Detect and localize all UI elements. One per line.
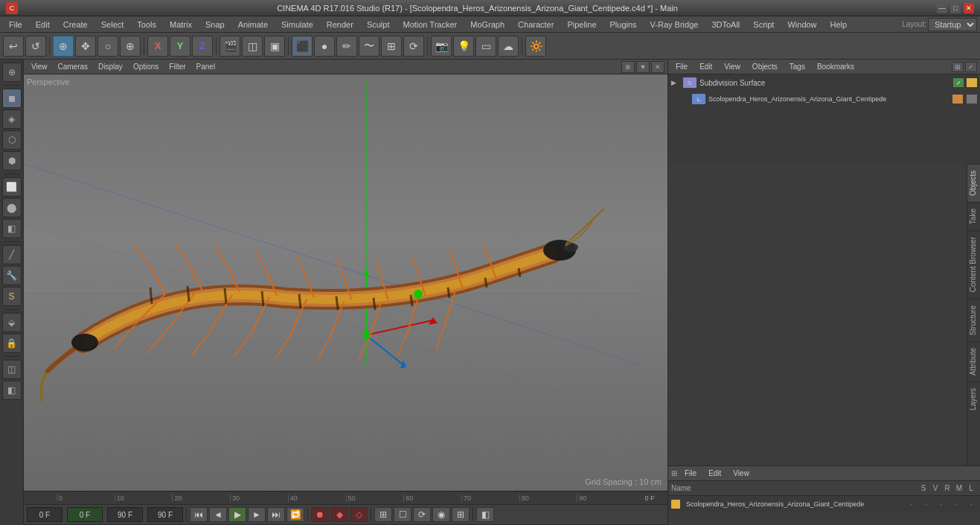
menu-motion-tracker[interactable]: Motion Tracker <box>397 19 463 31</box>
sidebar-btn-render2[interactable]: ◧ <box>2 381 22 400</box>
obj-mgr-row-centipede[interactable]: Scolopendra_Heros_Arizonensis_Arizona_Gi… <box>668 496 980 512</box>
floor-btn[interactable]: ▭ <box>475 36 496 57</box>
vtab-structure[interactable]: Structure <box>967 299 980 342</box>
menu-snap[interactable]: Snap <box>199 19 231 31</box>
loop-button[interactable]: 🔁 <box>286 507 304 522</box>
sidebar-btn-draw2[interactable]: 🔧 <box>2 266 22 285</box>
obj-row-centipede[interactable]: L Scolopendra_Heros_Arizonensis_Arizona_… <box>668 91 980 107</box>
panel-menu-edit[interactable]: Edit <box>695 62 717 71</box>
rotate-tool-button[interactable]: ○ <box>97 36 118 57</box>
viewport-btn-2[interactable]: ◫ <box>242 36 263 57</box>
sidebar-btn-mode2[interactable]: ◼ <box>2 89 22 108</box>
obj-mgr-view[interactable]: View <box>728 468 754 478</box>
sidebar-btn-edit3[interactable]: ◧ <box>2 219 22 238</box>
keyframe-btn5[interactable]: ⊞ <box>452 507 470 522</box>
vp-ctrl-3[interactable]: ✕ <box>651 61 664 73</box>
spline-btn[interactable]: 〜 <box>359 36 379 57</box>
menu-tools[interactable]: Tools <box>131 19 162 31</box>
camera-btn[interactable]: 📷 <box>431 36 452 57</box>
go-end-button[interactable]: ⏭ <box>267 507 285 522</box>
menu-mograph[interactable]: MoGraph <box>464 19 510 31</box>
menu-edit[interactable]: Edit <box>30 19 56 31</box>
menu-plugins[interactable]: Plugins <box>604 19 643 31</box>
polygon-btn[interactable]: ✏ <box>336 36 357 57</box>
menu-simulate[interactable]: Simulate <box>275 19 319 31</box>
viewport-btn-3[interactable]: ▣ <box>264 36 285 57</box>
z-axis-button[interactable]: Z <box>192 36 213 57</box>
y-axis-button[interactable]: Y <box>170 36 190 57</box>
keyframe-btn2[interactable]: ☐ <box>394 507 411 522</box>
sidebar-btn-sculpt2[interactable]: 🔒 <box>2 334 22 353</box>
vtab-content-browser[interactable]: Content Browser <box>967 230 980 298</box>
sphere-btn[interactable]: ● <box>314 36 335 57</box>
vp-menu-cameras[interactable]: Cameras <box>54 62 93 71</box>
panel-menu-tags[interactable]: Tags <box>785 62 810 71</box>
sidebar-btn-mode3[interactable]: ◈ <box>2 109 22 129</box>
menu-pipeline[interactable]: Pipeline <box>561 19 602 31</box>
obj-mgr-s[interactable]: · <box>906 500 917 509</box>
menu-3dtoall[interactable]: 3DToAll <box>705 19 746 31</box>
panel-icon-1[interactable]: ⊞ <box>952 62 964 72</box>
keyframe-btn1[interactable]: ⊞ <box>374 507 392 522</box>
vp-menu-display[interactable]: Display <box>94 62 127 71</box>
min-frame-input[interactable] <box>67 507 103 522</box>
minimize-button[interactable]: — <box>937 3 947 13</box>
x-axis-button[interactable]: X <box>147 36 168 57</box>
sidebar-btn-edit1[interactable]: ⬜ <box>2 177 22 197</box>
panel-icon-2[interactable]: ✓ <box>965 62 977 72</box>
sidebar-btn-mode1[interactable]: ⊕ <box>2 63 22 82</box>
undo-button[interactable]: ↩ <box>3 36 24 57</box>
deformer-btn[interactable]: ⟳ <box>403 36 424 57</box>
vp-ctrl-1[interactable]: ⊕ <box>621 61 635 73</box>
redo-button[interactable]: ↺ <box>25 36 46 57</box>
record-btn[interactable]: ⏺ <box>311 507 329 522</box>
current-frame-input[interactable] <box>27 507 63 522</box>
vp-menu-view[interactable]: View <box>27 62 52 71</box>
menu-window[interactable]: Window <box>781 19 822 31</box>
obj-mgr-v[interactable]: · <box>920 500 932 509</box>
next-frame-button[interactable]: ► <box>248 507 266 522</box>
sky-btn[interactable]: ☁ <box>498 36 519 57</box>
menu-matrix[interactable]: Matrix <box>164 19 198 31</box>
light-btn[interactable]: 💡 <box>453 36 474 57</box>
panel-menu-bookmarks[interactable]: Bookmarks <box>813 62 859 71</box>
obj-mgr-edit[interactable]: Edit <box>704 468 726 478</box>
menu-file[interactable]: File <box>3 19 28 31</box>
panel-menu-objects[interactable]: Objects <box>748 62 782 71</box>
maximize-button[interactable]: □ <box>950 3 961 13</box>
nurbs-btn[interactable]: ⊞ <box>381 36 402 57</box>
menu-create[interactable]: Create <box>57 19 94 31</box>
motion-btn[interactable]: ◧ <box>476 507 494 522</box>
obj-mgr-file[interactable]: File <box>680 468 701 478</box>
viewport-btn-1[interactable]: 🎬 <box>220 36 240 57</box>
autokey-btn[interactable]: ◆ <box>330 507 348 522</box>
end-frame-input[interactable] <box>107 507 143 522</box>
menu-help[interactable]: Help <box>824 19 854 31</box>
menu-sculpt[interactable]: Sculpt <box>361 19 396 31</box>
viewport[interactable]: Perspective Grid Spacing : 10 cm <box>24 74 667 491</box>
prev-frame-button[interactable]: ◄ <box>209 507 227 522</box>
play-button[interactable]: ▶ <box>228 507 246 522</box>
menu-character[interactable]: Character <box>512 19 560 31</box>
menu-select[interactable]: Select <box>95 19 130 31</box>
playback-btn3[interactable]: ◇ <box>350 507 368 522</box>
vtab-layers[interactable]: Layers <box>967 381 980 416</box>
vp-menu-options[interactable]: Options <box>129 62 163 71</box>
panel-menu-view[interactable]: View <box>720 62 745 71</box>
scale-tool-button[interactable]: ⊕ <box>120 36 141 57</box>
vp-menu-filter[interactable]: Filter <box>164 62 190 71</box>
close-button[interactable]: ✕ <box>964 3 974 13</box>
tool-btn-extra1[interactable]: 🔆 <box>525 36 546 57</box>
obj-mgr-l[interactable]: · <box>965 500 977 509</box>
keyframe-btn3[interactable]: ⟳ <box>413 507 431 522</box>
vtab-attribute[interactable]: Attribute <box>967 341 980 381</box>
end-frame2-input[interactable] <box>147 507 183 522</box>
vp-menu-panel[interactable]: Panel <box>192 62 220 71</box>
keyframe-btn4[interactable]: ◉ <box>432 507 450 522</box>
vtab-objects[interactable]: Objects <box>967 164 980 202</box>
sidebar-btn-edit2[interactable]: ⬤ <box>2 198 22 217</box>
go-start-button[interactable]: ⏮ <box>190 507 208 522</box>
cube-btn[interactable]: ⬛ <box>292 36 313 57</box>
obj-visibility-check[interactable]: ✓ <box>953 78 964 87</box>
sidebar-btn-draw3[interactable]: S <box>2 287 22 306</box>
